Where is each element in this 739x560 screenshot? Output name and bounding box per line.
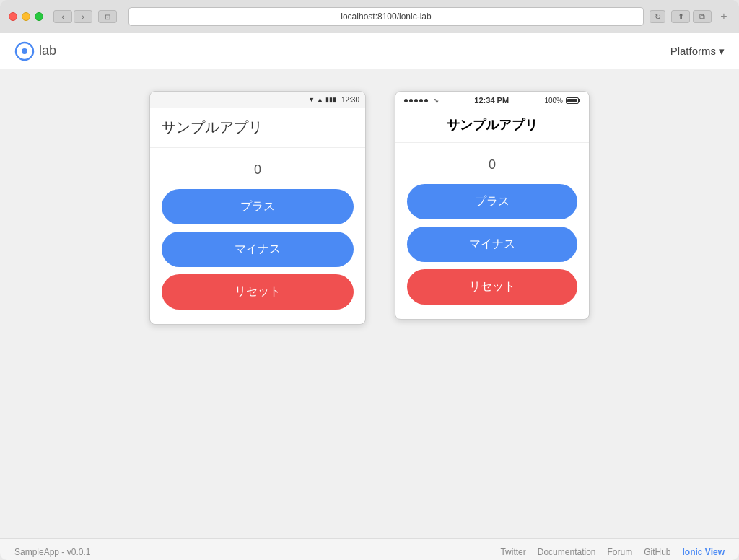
- footer-forum[interactable]: Forum: [608, 547, 633, 557]
- android-bars-icon: ▲: [317, 96, 323, 103]
- signal-dot-4: [419, 99, 423, 102]
- browser-actions: ⬆ ⧉: [671, 10, 712, 23]
- svg-point-1: [22, 48, 27, 54]
- ios-battery-percent: 100%: [544, 97, 563, 105]
- logo-icon: [14, 41, 35, 61]
- android-minus-button[interactable]: マイナス: [162, 232, 354, 267]
- close-button[interactable]: [9, 12, 17, 21]
- ios-app-header: サンプルアプリ: [395, 108, 589, 143]
- share-icon: ⬆: [678, 12, 684, 22]
- android-app-content: 0 プラス マイナス リセット: [150, 148, 365, 324]
- back-icon: ‹: [61, 12, 64, 21]
- window-button[interactable]: ⊡: [98, 10, 117, 23]
- platforms-button[interactable]: Platforms ▾: [670, 45, 725, 58]
- ios-plus-button[interactable]: プラス: [407, 184, 577, 219]
- minimize-button[interactable]: [22, 12, 30, 21]
- ios-reset-button[interactable]: リセット: [407, 269, 577, 305]
- ios-signal-dots: [404, 99, 428, 102]
- forward-icon: ›: [82, 12, 84, 21]
- signal-dot-2: [409, 99, 413, 102]
- footer-ionic-view[interactable]: Ionic View: [683, 547, 725, 557]
- android-statusbar: ▼ ▲ ▮▮▮ 12:30: [150, 92, 365, 108]
- platforms-arrow: ▾: [719, 45, 725, 58]
- main-content: ▼ ▲ ▮▮▮ 12:30 サンプルアプリ 0 プラス マイナス リセット: [0, 69, 739, 538]
- footer-twitter[interactable]: Twitter: [500, 547, 525, 557]
- ios-frame: ∿ 12:34 PM 100% サンプルアプリ 0 プ: [395, 91, 590, 320]
- android-plus-button[interactable]: プラス: [162, 189, 354, 224]
- url-text: localhost:8100/ionic-lab: [341, 12, 431, 22]
- android-reset-button[interactable]: リセット: [162, 274, 354, 310]
- browser-titlebar: ‹ › ⊡ localhost:8100/ionic-lab ↻ ⬆ ⧉ +: [0, 0, 739, 33]
- forward-button[interactable]: ›: [74, 10, 92, 23]
- new-tab-icon: +: [720, 10, 727, 23]
- app-version: SampleApp - v0.0.1: [14, 547, 90, 557]
- android-app-title: サンプルアプリ: [162, 118, 354, 137]
- footer-github[interactable]: GitHub: [644, 547, 670, 557]
- android-frame: ▼ ▲ ▮▮▮ 12:30 サンプルアプリ 0 プラス マイナス リセット: [149, 91, 366, 325]
- android-app-header: サンプルアプリ: [150, 108, 365, 148]
- tabs-icon: ⧉: [699, 12, 705, 22]
- reload-button[interactable]: ↻: [650, 10, 665, 23]
- window-icon: ⊡: [105, 13, 110, 21]
- browser-window: ‹ › ⊡ localhost:8100/ionic-lab ↻ ⬆ ⧉ +: [0, 0, 739, 560]
- ios-time: 12:34 PM: [474, 96, 509, 105]
- android-battery-icon: ▮▮▮: [325, 96, 336, 103]
- ios-battery-area: 100%: [544, 97, 580, 105]
- maximize-button[interactable]: [35, 12, 43, 21]
- nav-buttons: ‹ ›: [53, 10, 92, 23]
- ios-wifi-icon: ∿: [433, 97, 439, 105]
- reload-icon: ↻: [655, 12, 661, 22]
- android-counter: 0: [162, 162, 354, 178]
- address-bar[interactable]: localhost:8100/ionic-lab: [128, 7, 644, 26]
- ios-statusbar: ∿ 12:34 PM 100%: [395, 92, 589, 108]
- footer-documentation[interactable]: Documentation: [538, 547, 596, 557]
- back-button[interactable]: ‹: [53, 10, 72, 23]
- android-status-icons: ▼ ▲ ▮▮▮ 12:30: [308, 96, 359, 104]
- ios-signal-area: ∿: [404, 97, 439, 105]
- new-tab-button[interactable]: +: [717, 10, 730, 23]
- signal-dot-5: [424, 99, 428, 102]
- logo-text: lab: [39, 43, 56, 58]
- ios-minus-button[interactable]: マイナス: [407, 227, 577, 262]
- platforms-label: Platforms: [670, 45, 716, 57]
- footer: SampleApp - v0.0.1 Twitter Documentation…: [0, 538, 739, 560]
- signal-dot-3: [414, 99, 418, 102]
- android-time: 12:30: [341, 96, 359, 104]
- share-button[interactable]: ⬆: [671, 10, 690, 23]
- ios-app-content: 0 プラス マイナス リセット: [395, 143, 589, 319]
- logo: lab: [14, 41, 56, 61]
- footer-links: Twitter Documentation Forum GitHub Ionic…: [500, 547, 725, 557]
- ios-counter: 0: [407, 157, 577, 172]
- ios-battery-icon: [566, 97, 580, 104]
- traffic-lights: [9, 12, 43, 21]
- app-header: lab Platforms ▾: [0, 33, 739, 69]
- android-signal-icon: ▼: [308, 96, 315, 103]
- tabs-button[interactable]: ⧉: [693, 10, 712, 23]
- ios-app-title: サンプルアプリ: [407, 116, 577, 134]
- signal-dot-1: [404, 99, 408, 102]
